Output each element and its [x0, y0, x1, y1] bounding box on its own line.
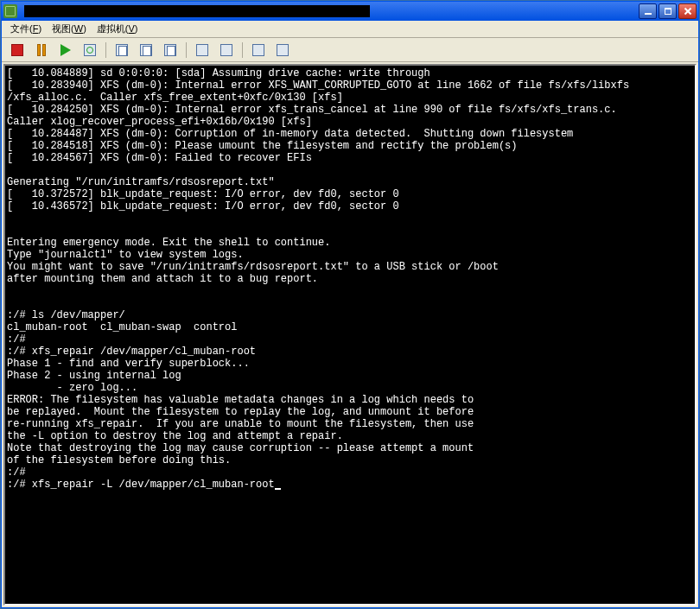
toolbar: [2, 38, 698, 62]
window-titlebar[interactable]: [2, 2, 698, 21]
menu-view[interactable]: 视图(W): [47, 21, 92, 37]
snapshot-manage-button[interactable]: [160, 41, 181, 60]
menu-vm[interactable]: 虚拟机(V): [92, 21, 143, 37]
fullscreen-icon: [196, 44, 208, 56]
toolbar-separator: [105, 42, 106, 58]
tool-icon: [277, 44, 289, 56]
menubar: 文件(F) 视图(W) 虚拟机(V): [2, 21, 698, 38]
play-icon: [60, 44, 71, 56]
menu-file[interactable]: 文件(F): [5, 21, 47, 37]
maximize-button[interactable]: [659, 3, 677, 19]
stop-icon: [11, 44, 23, 56]
view-icon: [220, 44, 232, 56]
refresh-icon: [84, 44, 96, 56]
toolbar-separator: [242, 42, 243, 58]
play-button[interactable]: [55, 41, 76, 60]
snapshot-icon: [116, 44, 128, 56]
minimize-button[interactable]: [639, 3, 657, 19]
fullscreen-button[interactable]: [192, 41, 213, 60]
stop-button[interactable]: [7, 41, 28, 60]
snapshot-revert-button[interactable]: [136, 41, 156, 60]
pause-icon: [37, 44, 46, 56]
pause-button[interactable]: [31, 41, 52, 60]
close-button[interactable]: [678, 3, 697, 19]
tool-b-button[interactable]: [272, 41, 293, 60]
tool-icon: [252, 44, 264, 56]
toolbar-separator: [186, 42, 187, 58]
terminal-console[interactable]: [ 10.084889] sd 0:0:0:0: [sda] Assuming …: [3, 64, 697, 606]
manage-icon: [164, 44, 176, 56]
revert-icon: [140, 44, 152, 56]
reset-button[interactable]: [80, 41, 100, 60]
window-title-redacted: [24, 5, 370, 17]
tool-a-button[interactable]: [248, 41, 269, 60]
view-cycle-button[interactable]: [216, 41, 237, 60]
snapshot-take-button[interactable]: [111, 41, 132, 60]
app-icon: [3, 4, 17, 18]
app-window: 文件(F) 视图(W) 虚拟机(V) [ 10.084889] sd 0:0:0…: [1, 1, 699, 608]
window-controls: [639, 3, 697, 19]
